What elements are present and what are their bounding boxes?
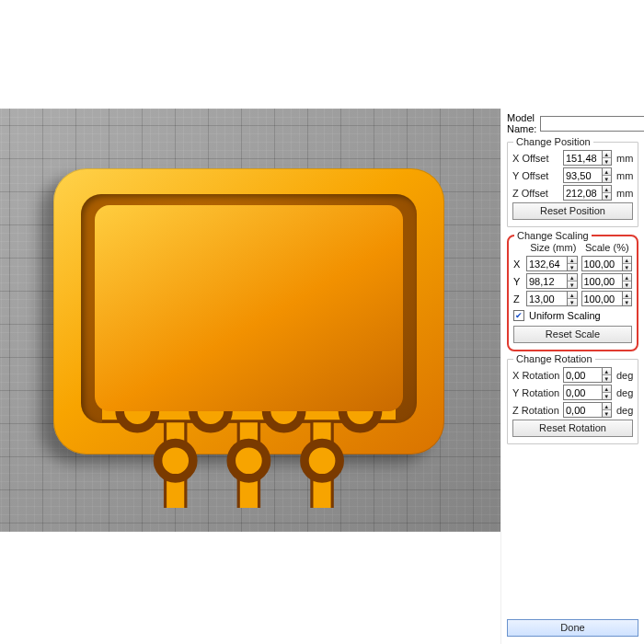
uniform-scaling-label: Uniform Scaling xyxy=(529,310,601,321)
model-puzzle-cutter[interactable] xyxy=(53,168,444,454)
svg-point-10 xyxy=(158,244,193,279)
position-title: Change Position xyxy=(513,136,593,147)
position-group: Change Position X Offset ▲▼ mm Y Offset … xyxy=(507,142,638,227)
spinner-arrows-icon[interactable]: ▲▼ xyxy=(602,151,611,165)
spinner-arrows-icon[interactable]: ▲▼ xyxy=(602,403,611,417)
top-margin xyxy=(0,0,500,109)
y-scale-stepper[interactable]: ▲▼ xyxy=(581,273,633,289)
done-button[interactable]: Done xyxy=(507,619,638,637)
bottom-margin xyxy=(0,532,500,644)
spinner-arrows-icon[interactable]: ▲▼ xyxy=(622,274,631,288)
spinner-arrows-icon[interactable]: ▲▼ xyxy=(602,186,611,200)
svg-point-12 xyxy=(305,244,339,279)
svg-point-13 xyxy=(158,343,193,378)
z-rotation-stepper[interactable]: ▲▼ xyxy=(563,402,612,418)
properties-panel: Model Name: Change Position X Offset ▲▼ … xyxy=(500,109,644,644)
z-size-stepper[interactable]: ▲▼ xyxy=(526,291,578,306)
reset-rotation-button[interactable]: Reset Rotation xyxy=(512,420,633,437)
y-scale-input[interactable] xyxy=(582,274,622,288)
z-rotation-unit: deg xyxy=(615,405,633,416)
model-name-label: Model Name: xyxy=(507,112,536,134)
checkmark-icon: ✔ xyxy=(513,310,524,321)
scale-header: Scale (%) xyxy=(582,242,633,253)
svg-point-20 xyxy=(193,293,228,328)
y-rotation-stepper[interactable]: ▲▼ xyxy=(563,385,612,400)
y-rotation-input[interactable] xyxy=(564,385,602,399)
axis-y-label: Y xyxy=(513,276,523,287)
x-scale-stepper[interactable]: ▲▼ xyxy=(581,256,633,271)
svg-point-23 xyxy=(120,393,155,428)
panel-footer: Done xyxy=(507,619,638,637)
x-offset-input[interactable] xyxy=(564,151,602,165)
x-rotation-label: X Rotation xyxy=(512,370,560,381)
x-offset-label: X Offset xyxy=(512,153,560,164)
z-size-input[interactable] xyxy=(527,292,567,305)
spinner-arrows-icon[interactable]: ▲▼ xyxy=(567,274,576,288)
x-rotation-unit: deg xyxy=(615,370,633,381)
spinner-arrows-icon[interactable]: ▲▼ xyxy=(567,292,576,305)
panel-top-margin xyxy=(500,0,644,109)
x-rotation-input[interactable] xyxy=(564,368,602,382)
z-offset-label: Z Offset xyxy=(512,188,560,199)
model-inner-well xyxy=(102,214,396,403)
svg-point-24 xyxy=(193,393,228,428)
y-offset-stepper[interactable]: ▲▼ xyxy=(563,167,612,183)
x-scale-input[interactable] xyxy=(582,257,622,270)
y-size-stepper[interactable]: ▲▼ xyxy=(526,273,578,289)
svg-point-19 xyxy=(120,293,155,328)
svg-point-11 xyxy=(231,244,266,279)
spinner-arrows-icon[interactable]: ▲▼ xyxy=(602,368,611,382)
y-offset-unit: mm xyxy=(615,170,633,181)
z-scale-stepper[interactable]: ▲▼ xyxy=(581,291,633,306)
spinner-arrows-icon[interactable]: ▲▼ xyxy=(567,257,576,270)
scaling-group: Change Scaling Size (mm) Scale (%) X ▲▼ … xyxy=(507,235,638,351)
y-rotation-unit: deg xyxy=(615,387,633,398)
svg-point-21 xyxy=(267,293,302,328)
model-name-input[interactable] xyxy=(540,116,644,132)
z-offset-stepper[interactable]: ▲▼ xyxy=(563,185,612,201)
size-header: Size (mm) xyxy=(528,242,579,253)
scaling-title: Change Scaling xyxy=(514,230,592,241)
z-rotation-input[interactable] xyxy=(564,403,602,417)
y-offset-label: Y Offset xyxy=(512,170,560,181)
rotation-title: Change Rotation xyxy=(513,353,595,364)
x-size-stepper[interactable]: ▲▼ xyxy=(526,256,578,271)
spinner-arrows-icon[interactable]: ▲▼ xyxy=(602,168,611,182)
x-size-input[interactable] xyxy=(527,257,567,270)
axis-x-label: X xyxy=(513,259,523,270)
svg-point-26 xyxy=(343,393,378,428)
x-offset-stepper[interactable]: ▲▼ xyxy=(563,150,612,166)
model-name-row: Model Name: xyxy=(507,112,638,134)
svg-point-22 xyxy=(343,293,378,328)
spinner-arrows-icon[interactable]: ▲▼ xyxy=(602,385,611,399)
y-rotation-label: Y Rotation xyxy=(512,387,560,398)
z-rotation-label: Z Rotation xyxy=(512,405,560,416)
z-offset-unit: mm xyxy=(615,188,633,199)
rotation-group: Change Rotation X Rotation ▲▼ deg Y Rota… xyxy=(507,359,638,444)
reset-scale-button[interactable]: Reset Scale xyxy=(513,326,632,343)
axis-z-label: Z xyxy=(513,293,523,305)
y-offset-input[interactable] xyxy=(564,168,602,182)
spinner-arrows-icon[interactable]: ▲▼ xyxy=(622,292,631,305)
viewport-3d[interactable] xyxy=(0,109,500,532)
svg-point-14 xyxy=(231,343,266,378)
svg-point-25 xyxy=(267,393,302,428)
z-offset-input[interactable] xyxy=(564,186,602,200)
reset-position-button[interactable]: Reset Position xyxy=(512,202,633,220)
x-offset-unit: mm xyxy=(615,153,633,164)
x-rotation-stepper[interactable]: ▲▼ xyxy=(563,367,612,383)
y-size-input[interactable] xyxy=(527,274,567,288)
app-frame: Model Name: Change Position X Offset ▲▼ … xyxy=(0,0,644,644)
uniform-scaling-checkbox[interactable]: ✔ Uniform Scaling xyxy=(513,310,632,321)
spinner-arrows-icon[interactable]: ▲▼ xyxy=(622,257,631,270)
svg-point-15 xyxy=(305,343,339,378)
z-scale-input[interactable] xyxy=(582,292,622,305)
